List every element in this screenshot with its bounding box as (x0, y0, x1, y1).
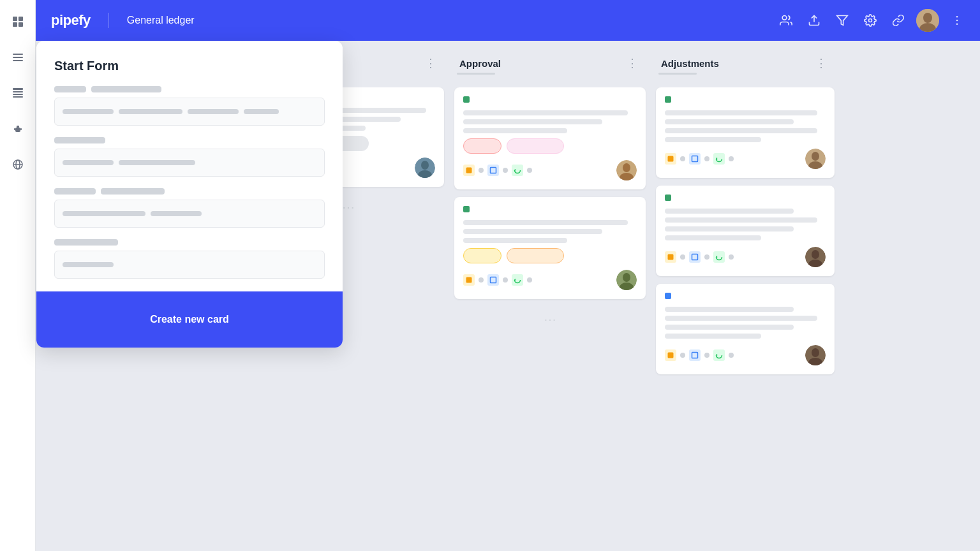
skeleton (665, 325, 794, 330)
icon-sync (512, 165, 523, 176)
skeleton (665, 128, 817, 133)
dot-icon (704, 353, 709, 358)
svg-rect-15 (14, 128, 15, 130)
svg-rect-50 (692, 156, 698, 162)
icon-badge (665, 153, 676, 165)
link-icon[interactable] (888, 10, 909, 31)
form-input-2[interactable] (54, 149, 325, 177)
card-icons (463, 274, 532, 286)
header-logo: pipefy General ledger (51, 12, 195, 29)
sidebar-item-table[interactable] (6, 82, 29, 105)
input-skeleton (63, 262, 114, 267)
card-footer (665, 247, 826, 267)
svg-point-52 (812, 152, 819, 161)
label-skeleton (91, 86, 161, 92)
card-avatar (415, 158, 435, 178)
form-label-1 (54, 86, 325, 92)
svg-point-57 (812, 250, 819, 259)
sidebar-item-grid[interactable] (6, 10, 29, 33)
svg-point-62 (812, 348, 819, 357)
card-icons (665, 349, 734, 361)
card-footer (463, 160, 637, 180)
skeleton (665, 137, 761, 142)
scroll-indicator: ⋯ (454, 312, 646, 327)
more-btn-inprogress[interactable]: ⋮ (422, 54, 439, 73)
settings-icon[interactable] (860, 10, 880, 31)
badge-yellow (463, 248, 501, 263)
column-adjustments: Adjustments ⋮ (656, 54, 835, 538)
card-adjustments-1[interactable] (656, 87, 835, 178)
svg-rect-60 (692, 353, 698, 358)
icon-sync (512, 274, 523, 286)
skeleton (665, 334, 761, 339)
user-avatar[interactable] (916, 9, 939, 32)
dot-icon (704, 254, 709, 260)
svg-point-27 (956, 16, 958, 18)
svg-point-23 (869, 19, 872, 22)
sidebar-item-robot[interactable] (6, 117, 29, 140)
card-dot-green (463, 206, 470, 212)
export-icon[interactable] (804, 10, 824, 31)
card-avatar (616, 270, 637, 290)
header-actions (776, 9, 967, 32)
svg-marker-22 (837, 16, 848, 26)
card-approval-2[interactable] (454, 197, 646, 299)
column-approval: Approval ⋮ (454, 54, 646, 538)
form-input-3[interactable] (54, 200, 325, 228)
skeleton (463, 119, 602, 124)
form-input-4[interactable] (54, 251, 325, 279)
filter-icon[interactable] (832, 10, 852, 31)
icon-sync (713, 251, 725, 263)
form-input-1[interactable] (54, 98, 325, 126)
icon-sync (713, 349, 725, 361)
svg-point-13 (16, 129, 17, 130)
card-icons (665, 251, 734, 263)
dot-icon (503, 168, 508, 173)
icon-frame (487, 274, 499, 286)
badge-row (463, 138, 637, 154)
dot-icon (729, 254, 734, 260)
svg-rect-59 (668, 353, 674, 358)
form-label-2 (54, 137, 325, 143)
dot-icon (729, 156, 734, 161)
svg-rect-11 (15, 128, 20, 132)
sidebar-item-globe[interactable] (6, 153, 29, 176)
card-dot-blue (665, 293, 671, 299)
badge-pink (507, 138, 564, 154)
dot-icon (680, 353, 685, 358)
sidebar-item-list[interactable] (6, 46, 29, 69)
svg-point-29 (956, 24, 958, 26)
svg-rect-12 (17, 126, 19, 128)
card-avatar (805, 247, 826, 267)
more-btn-adjustments[interactable]: ⋮ (813, 54, 829, 73)
svg-rect-45 (491, 277, 496, 283)
svg-point-37 (421, 161, 429, 170)
badge-red-outline (463, 138, 501, 154)
more-options-icon[interactable] (947, 10, 967, 31)
svg-rect-1 (19, 17, 23, 21)
dot-icon (479, 277, 484, 283)
card-adjustments-2[interactable] (656, 186, 835, 276)
start-form-modal: Start Form (36, 41, 343, 348)
dot-icon (729, 353, 734, 358)
svg-rect-8 (13, 91, 23, 92)
svg-point-47 (623, 273, 630, 282)
card-approval-1[interactable] (454, 87, 646, 189)
svg-rect-9 (13, 94, 23, 95)
dot-icon (527, 277, 532, 283)
create-card-button[interactable]: Create new card (54, 304, 325, 335)
icon-frame (689, 153, 701, 165)
skeleton (665, 226, 794, 231)
dot-icon (680, 156, 685, 161)
form-label-3 (54, 188, 325, 195)
more-btn-approval[interactable]: ⋮ (624, 54, 641, 73)
svg-rect-2 (13, 22, 17, 27)
form-field-3 (54, 188, 325, 228)
form-field-1 (54, 86, 325, 126)
svg-rect-40 (491, 168, 496, 173)
people-icon[interactable] (776, 10, 796, 31)
svg-rect-44 (466, 277, 472, 283)
header-divider (108, 13, 109, 28)
svg-rect-3 (19, 22, 23, 27)
card-adjustments-3[interactable] (656, 284, 835, 374)
